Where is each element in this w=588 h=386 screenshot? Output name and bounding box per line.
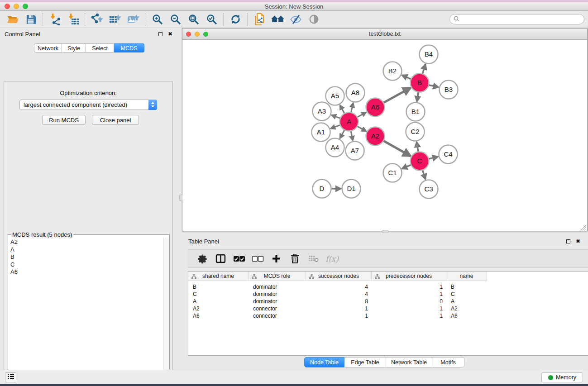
mcds-result-item[interactable]: C [10, 261, 163, 269]
delete-column-icon[interactable] [287, 251, 303, 267]
float-panel-icon[interactable] [157, 30, 164, 38]
run-mcds-button[interactable]: Run MCDS [42, 115, 86, 125]
maximize-window-button[interactable] [23, 4, 28, 9]
show-details-icon[interactable] [305, 12, 323, 27]
close-window-button[interactable] [5, 4, 10, 9]
graph-node-A8[interactable]: A8 [346, 84, 365, 102]
task-history-button[interactable] [5, 372, 16, 382]
tab-mcds[interactable]: MCDS [114, 43, 144, 52]
graph-edge-B-B3[interactable] [429, 85, 439, 87]
graph-edge-B-B4[interactable] [422, 64, 425, 74]
graph-edge-A-A3[interactable] [332, 115, 340, 119]
graph-node-A5[interactable]: A5 [326, 87, 344, 105]
select-all-icon[interactable] [231, 251, 248, 267]
open-file-icon[interactable] [4, 12, 22, 27]
graph-edge-C-C1[interactable] [402, 165, 411, 169]
column-header-shared-name[interactable]: shared name [188, 272, 249, 281]
mcds-result-item[interactable]: A6 [10, 268, 163, 276]
close-panel-icon[interactable]: ✖ [167, 30, 174, 38]
table-settings-icon[interactable] [194, 251, 210, 267]
graph-node-A[interactable]: A [340, 113, 359, 131]
splitter-handle-left[interactable] [179, 195, 182, 201]
duplicate-network-icon[interactable] [250, 12, 268, 27]
graph-node-A3[interactable]: A3 [313, 102, 331, 121]
graph-node-B1[interactable]: B1 [406, 103, 425, 121]
graph-edge-A2-C[interactable] [383, 141, 411, 156]
import-table-icon[interactable] [64, 12, 82, 27]
optimization-criterion-select[interactable]: largest connected component (directed) [19, 100, 157, 110]
mcds-result-item[interactable]: A [10, 246, 163, 254]
function-builder-icon[interactable]: f(x) [324, 251, 340, 267]
table-row[interactable]: Adominator80A [188, 298, 487, 305]
graph-node-D1[interactable]: D1 [342, 180, 361, 198]
graph-edge-B-B2[interactable] [402, 75, 411, 79]
zoom-fit-icon[interactable] [184, 12, 202, 27]
columns-icon[interactable] [212, 251, 229, 267]
tab-network[interactable]: Network [34, 43, 62, 52]
graph-node-B4[interactable]: B4 [420, 45, 438, 64]
delete-table-icon[interactable] [305, 251, 322, 267]
network-window-titlebar[interactable]: testGlobe.txt [182, 29, 587, 40]
graph-edge-C-C4[interactable] [429, 157, 438, 159]
close-panel-button[interactable]: Close panel [92, 115, 139, 125]
graph-edge-A-A5[interactable] [340, 105, 344, 114]
graph-edge-A-A2[interactable] [357, 126, 366, 131]
table-row[interactable]: Bdominator41B [188, 283, 487, 291]
graph-edge-C-C2[interactable] [417, 142, 418, 152]
tab-node-table[interactable]: Node Table [304, 357, 344, 367]
mcds-result-scrollbar[interactable] [163, 238, 169, 386]
graph-node-A2[interactable]: A2 [366, 127, 385, 146]
export-network-icon[interactable] [88, 12, 106, 27]
graph-node-C1[interactable]: C1 [383, 164, 402, 182]
graph-node-A7[interactable]: A7 [346, 142, 364, 160]
hide-details-icon[interactable] [287, 12, 305, 27]
column-header-name[interactable]: name [446, 272, 487, 281]
tab-edge-table[interactable]: Edge Table [344, 357, 386, 367]
graph-node-C3[interactable]: C3 [420, 180, 438, 199]
graph-node-B3[interactable]: B3 [440, 81, 458, 99]
network-canvas[interactable]: B4B2BB3A8A5A6A3B1AC2A1A2A4A7C4CC1DC3D1 [182, 40, 587, 231]
mcds-result-item[interactable]: B [10, 253, 163, 261]
unselect-all-icon[interactable] [249, 251, 266, 267]
graph-edge-A-A1[interactable] [331, 125, 340, 129]
zoom-in-icon[interactable] [148, 12, 166, 27]
import-network-icon[interactable] [46, 12, 64, 27]
export-table-icon[interactable] [106, 12, 124, 27]
column-header-predecessor-nodes[interactable]: predecessor nodes [372, 272, 446, 281]
zoom-selected-icon[interactable] [202, 12, 220, 27]
close-table-panel-icon[interactable]: ✖ [574, 238, 582, 245]
graph-node-B2[interactable]: B2 [383, 62, 402, 81]
graph-edge-B-B1[interactable] [417, 92, 418, 101]
tab-select[interactable]: Select [86, 43, 114, 52]
graph-node-A6[interactable]: A6 [366, 98, 385, 117]
mcds-result-list[interactable]: A2ABCA6 [9, 238, 163, 386]
search-box[interactable] [449, 14, 584, 24]
float-table-panel-icon[interactable] [564, 238, 572, 245]
graph-edge-A-A4[interactable] [340, 130, 344, 138]
graph-edge-A-A7[interactable] [351, 131, 353, 140]
graph-edge-A6-B[interactable] [383, 88, 411, 103]
splitter-handle-bottom[interactable] [382, 230, 388, 233]
search-input[interactable] [459, 15, 584, 24]
column-header-successor-nodes[interactable]: successor nodes [306, 272, 372, 281]
graph-node-A1[interactable]: A1 [312, 123, 330, 142]
add-column-icon[interactable] [268, 251, 285, 267]
save-session-icon[interactable] [22, 12, 40, 27]
graph-node-D[interactable]: D [313, 180, 331, 198]
export-image-icon[interactable] [124, 12, 142, 27]
table-row[interactable]: A2connector11A2 [188, 305, 487, 312]
graph-node-C2[interactable]: C2 [406, 123, 425, 141]
table-row[interactable]: A6connector11A6 [188, 312, 487, 319]
tab-motifs[interactable]: Motifs [432, 357, 464, 367]
column-header-MCDS-role[interactable]: MCDS role [249, 272, 306, 281]
graph-node-C[interactable]: C [411, 152, 429, 171]
mcds-result-item[interactable]: A2 [10, 238, 163, 246]
graph-node-A4[interactable]: A4 [326, 138, 344, 157]
home-network-icon[interactable] [268, 12, 287, 27]
table-row[interactable]: Cdominator41C [188, 291, 487, 298]
tab-style[interactable]: Style [62, 43, 86, 52]
graph-edge-A-A8[interactable] [351, 103, 353, 113]
refresh-layout-icon[interactable] [226, 12, 244, 27]
tab-network-table[interactable]: Network Table [386, 357, 432, 367]
zoom-out-icon[interactable] [166, 12, 184, 27]
